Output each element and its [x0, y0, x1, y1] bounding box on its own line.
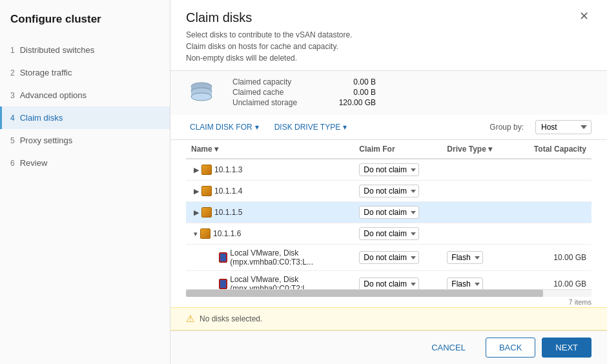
- warning-message: No disks selected.: [200, 314, 262, 323]
- expand-button[interactable]: ▶: [191, 166, 201, 174]
- row-name: Local VMware, Disk (mpx.vmhba0:C0:T3:L..…: [230, 248, 349, 267]
- sidebar-item-claim-disks[interactable]: 4Claim disks: [0, 106, 170, 129]
- sidebar-item-distributed-switches[interactable]: 1Distributed switches: [0, 39, 170, 61]
- disk-table-container: Name ▾ Claim For Drive Type ▾ Total Capa…: [170, 140, 607, 289]
- claim-for-select[interactable]: Do not claimCapacityCache: [359, 278, 419, 289]
- header-text: Claim disks Select disks to contribute t…: [186, 10, 352, 64]
- claim-for-select[interactable]: Do not claimCapacityCache: [359, 185, 419, 197]
- expand-button[interactable]: ▶: [191, 208, 201, 217]
- drive-type-select[interactable]: FlashHDDAuto: [447, 251, 483, 264]
- sidebar-item-label: Advanced options: [20, 90, 87, 100]
- expand-button[interactable]: ▾: [191, 230, 200, 238]
- claim-disk-for-label: CLAIM DISK FOR: [190, 123, 252, 132]
- main-header: Claim disks Select disks to contribute t…: [170, 0, 607, 71]
- row-name: Local VMware, Disk (mpx.vmhba0:C0:T2:L..…: [230, 275, 349, 289]
- claimed-cache-value: 0.00 B: [324, 88, 376, 97]
- col-header-name: Name ▾: [186, 140, 354, 159]
- disk-drive-type-button[interactable]: DISK DRIVE TYPE ▾: [271, 120, 351, 134]
- sidebar-item-label: Storage traffic: [20, 68, 72, 77]
- col-header-capacity: Total Capacity: [529, 140, 592, 159]
- sidebar-item-review[interactable]: 6Review: [0, 152, 170, 174]
- svg-point-4: [191, 93, 212, 101]
- horizontal-scrollbar[interactable]: [186, 289, 592, 297]
- subtitle-line1: Select disks to contribute to the vSAN d…: [186, 29, 352, 41]
- disk-drive-type-label: DISK DRIVE TYPE: [274, 123, 340, 132]
- step-number: 6: [10, 159, 15, 168]
- items-count: 7 items: [170, 297, 607, 307]
- sidebar-item-label: Proxy settings: [20, 136, 73, 145]
- sidebar-item-label: Review: [20, 158, 48, 168]
- row-name: 10.1.1.4: [214, 187, 242, 196]
- unclaimed-storage-label: Unclaimed storage: [232, 98, 316, 107]
- database-icon: [186, 77, 217, 108]
- claim-for-select[interactable]: Do not claimCapacityCache: [359, 251, 419, 264]
- total-capacity-cell: [529, 181, 592, 202]
- claim-disk-chevron-icon: ▾: [255, 123, 259, 132]
- server-disk-icon: [219, 279, 227, 289]
- table-header-row: Name ▾ Claim For Drive Type ▾ Total Capa…: [186, 140, 592, 159]
- claimed-capacity-value: 0.00 B: [324, 77, 376, 86]
- stats-row-cache: Claimed cache 0.00 B: [232, 88, 376, 97]
- disk-drive-chevron-icon: ▾: [343, 123, 347, 132]
- sidebar-item-label: Distributed switches: [20, 45, 95, 55]
- disk-icon: [200, 228, 211, 239]
- sidebar-title: Configure cluster: [0, 13, 170, 39]
- total-capacity-cell: [529, 159, 592, 181]
- col-header-claim: Claim For: [354, 140, 442, 159]
- modal-dialog: Configure cluster 1Distributed switches2…: [0, 0, 607, 364]
- disk-icon: [201, 165, 212, 175]
- disk-icon: [201, 207, 212, 217]
- page-title: Claim disks: [186, 10, 352, 25]
- name-filter-icon[interactable]: ▾: [214, 145, 218, 154]
- table-row[interactable]: ▾10.1.1.6Do not claimCapacityCache: [186, 223, 592, 245]
- table-row[interactable]: ▶10.1.1.4Do not claimCapacityCache: [186, 181, 592, 202]
- total-capacity-cell: [529, 223, 592, 245]
- sidebar-item-storage-traffic[interactable]: 2Storage traffic: [0, 61, 170, 84]
- step-number: 3: [10, 91, 15, 100]
- server-disk-icon: [219, 252, 227, 263]
- step-number: 1: [10, 46, 15, 55]
- footer: CANCEL BACK NEXT: [170, 330, 607, 364]
- subtitle-line2: Claim disks on hosts for cache and capac…: [186, 41, 352, 64]
- disk-icon: [201, 186, 212, 196]
- group-by-select[interactable]: HostDatastoreNone: [535, 120, 592, 134]
- warning-icon: ⚠: [186, 313, 194, 325]
- row-name: 10.1.1.5: [214, 208, 242, 217]
- claim-for-select[interactable]: Do not claimCapacityCache: [359, 206, 419, 219]
- cancel-button[interactable]: CANCEL: [418, 338, 479, 358]
- table-row[interactable]: ▶10.1.1.5Do not claimCapacityCache: [186, 202, 592, 223]
- col-header-drive: Drive Type ▾: [442, 140, 529, 159]
- group-by-label: Group by:: [489, 123, 524, 132]
- claim-for-select[interactable]: Do not claimCapacityCache: [359, 227, 419, 240]
- total-capacity-cell: 10.00 GB: [529, 271, 592, 290]
- claim-disk-for-button[interactable]: CLAIM DISK FOR ▾: [186, 120, 263, 134]
- step-number: 2: [10, 68, 15, 77]
- stats-row-unclaimed: Unclaimed storage 120.00 GB: [232, 98, 376, 107]
- unclaimed-storage-value: 120.00 GB: [324, 98, 376, 107]
- total-capacity-cell: [529, 202, 592, 223]
- row-name: 10.1.1.6: [213, 229, 241, 238]
- drive-filter-icon[interactable]: ▾: [488, 145, 492, 154]
- stats-panel: Claimed capacity 0.00 B Claimed cache 0.…: [170, 71, 607, 115]
- claim-for-select[interactable]: Do not claimCapacityCache: [359, 163, 419, 176]
- drive-type-select[interactable]: FlashHDDAuto: [447, 278, 483, 289]
- close-button[interactable]: ✕: [577, 10, 592, 22]
- sidebar: Configure cluster 1Distributed switches2…: [0, 0, 170, 364]
- table-row[interactable]: Local VMware, Disk (mpx.vmhba0:C0:T2:L..…: [186, 271, 592, 290]
- scroll-thumb[interactable]: [186, 290, 543, 297]
- sidebar-item-advanced-options[interactable]: 3Advanced options: [0, 84, 170, 106]
- claimed-cache-label: Claimed cache: [232, 88, 316, 97]
- expand-button[interactable]: ▶: [191, 187, 201, 196]
- next-button[interactable]: NEXT: [542, 338, 592, 358]
- sidebar-item-proxy-settings[interactable]: 5Proxy settings: [0, 129, 170, 152]
- disk-table: Name ▾ Claim For Drive Type ▾ Total Capa…: [186, 140, 592, 289]
- stats-table: Claimed capacity 0.00 B Claimed cache 0.…: [232, 77, 376, 108]
- main-content: Claim disks Select disks to contribute t…: [170, 0, 607, 364]
- table-row[interactable]: Local VMware, Disk (mpx.vmhba0:C0:T3:L..…: [186, 245, 592, 271]
- claimed-capacity-label: Claimed capacity: [232, 77, 316, 86]
- table-row[interactable]: ▶10.1.1.3Do not claimCapacityCache: [186, 159, 592, 181]
- back-button[interactable]: BACK: [486, 338, 535, 358]
- warning-bar: ⚠ No disks selected.: [170, 307, 607, 330]
- toolbar: CLAIM DISK FOR ▾ DISK DRIVE TYPE ▾ Group…: [170, 115, 607, 140]
- row-name: 10.1.1.3: [214, 165, 242, 174]
